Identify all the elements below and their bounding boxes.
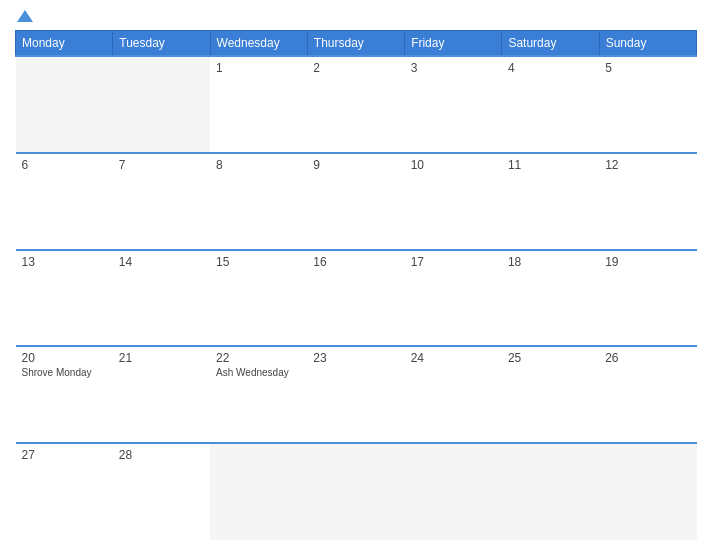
calendar-day-cell: 15 <box>210 250 307 347</box>
day-number: 27 <box>22 448 107 462</box>
calendar-day-cell: 3 <box>405 56 502 153</box>
day-event: Shrove Monday <box>22 367 107 378</box>
day-number: 3 <box>411 61 496 75</box>
calendar-week-row: 13141516171819 <box>16 250 697 347</box>
calendar-day-cell: 23 <box>307 346 404 443</box>
day-number: 23 <box>313 351 398 365</box>
calendar-day-cell <box>16 56 113 153</box>
calendar-day-cell <box>405 443 502 540</box>
day-number: 2 <box>313 61 398 75</box>
day-number: 6 <box>22 158 107 172</box>
calendar-week-row: 20Shrove Monday2122Ash Wednesday23242526 <box>16 346 697 443</box>
day-number: 21 <box>119 351 204 365</box>
calendar-week-row: 12345 <box>16 56 697 153</box>
day-number: 10 <box>411 158 496 172</box>
day-number: 24 <box>411 351 496 365</box>
weekday-header: Wednesday <box>210 31 307 57</box>
calendar-day-cell <box>502 443 599 540</box>
day-event: Ash Wednesday <box>216 367 301 378</box>
day-number: 1 <box>216 61 301 75</box>
weekday-header: Tuesday <box>113 31 210 57</box>
day-number: 18 <box>508 255 593 269</box>
calendar-day-cell: 20Shrove Monday <box>16 346 113 443</box>
calendar-day-cell: 5 <box>599 56 696 153</box>
day-number: 13 <box>22 255 107 269</box>
calendar-day-cell: 7 <box>113 153 210 250</box>
calendar-day-cell: 4 <box>502 56 599 153</box>
weekday-header-row: MondayTuesdayWednesdayThursdayFridaySatu… <box>16 31 697 57</box>
day-number: 15 <box>216 255 301 269</box>
calendar-day-cell: 10 <box>405 153 502 250</box>
day-number: 22 <box>216 351 301 365</box>
calendar-day-cell: 14 <box>113 250 210 347</box>
day-number: 8 <box>216 158 301 172</box>
calendar-day-cell: 1 <box>210 56 307 153</box>
day-number: 20 <box>22 351 107 365</box>
day-number: 4 <box>508 61 593 75</box>
calendar-day-cell: 24 <box>405 346 502 443</box>
day-number: 5 <box>605 61 690 75</box>
day-number: 26 <box>605 351 690 365</box>
day-number: 12 <box>605 158 690 172</box>
calendar-week-row: 2728 <box>16 443 697 540</box>
calendar-day-cell <box>210 443 307 540</box>
day-number: 9 <box>313 158 398 172</box>
calendar-table: MondayTuesdayWednesdayThursdayFridaySatu… <box>15 30 697 540</box>
day-number: 7 <box>119 158 204 172</box>
weekday-header: Thursday <box>307 31 404 57</box>
calendar-day-cell: 27 <box>16 443 113 540</box>
calendar-day-cell <box>307 443 404 540</box>
day-number: 11 <box>508 158 593 172</box>
calendar-day-cell: 11 <box>502 153 599 250</box>
day-number: 16 <box>313 255 398 269</box>
calendar-day-cell: 12 <box>599 153 696 250</box>
weekday-header: Friday <box>405 31 502 57</box>
day-number: 19 <box>605 255 690 269</box>
calendar-day-cell: 6 <box>16 153 113 250</box>
calendar-day-cell: 21 <box>113 346 210 443</box>
calendar-day-cell <box>113 56 210 153</box>
day-number: 17 <box>411 255 496 269</box>
day-number: 25 <box>508 351 593 365</box>
day-number: 14 <box>119 255 204 269</box>
calendar-day-cell: 25 <box>502 346 599 443</box>
calendar-day-cell: 13 <box>16 250 113 347</box>
calendar-day-cell: 9 <box>307 153 404 250</box>
logo <box>15 10 33 22</box>
calendar-day-cell: 8 <box>210 153 307 250</box>
calendar-day-cell: 17 <box>405 250 502 347</box>
calendar-day-cell: 2 <box>307 56 404 153</box>
calendar-day-cell: 22Ash Wednesday <box>210 346 307 443</box>
weekday-header: Sunday <box>599 31 696 57</box>
calendar-wrapper: MondayTuesdayWednesdayThursdayFridaySatu… <box>0 0 712 550</box>
calendar-day-cell: 19 <box>599 250 696 347</box>
calendar-header <box>15 10 697 22</box>
weekday-header: Monday <box>16 31 113 57</box>
day-number: 28 <box>119 448 204 462</box>
calendar-day-cell: 28 <box>113 443 210 540</box>
calendar-day-cell: 16 <box>307 250 404 347</box>
calendar-week-row: 6789101112 <box>16 153 697 250</box>
logo-triangle-icon <box>17 10 33 22</box>
calendar-day-cell: 26 <box>599 346 696 443</box>
calendar-day-cell: 18 <box>502 250 599 347</box>
weekday-header: Saturday <box>502 31 599 57</box>
calendar-day-cell <box>599 443 696 540</box>
